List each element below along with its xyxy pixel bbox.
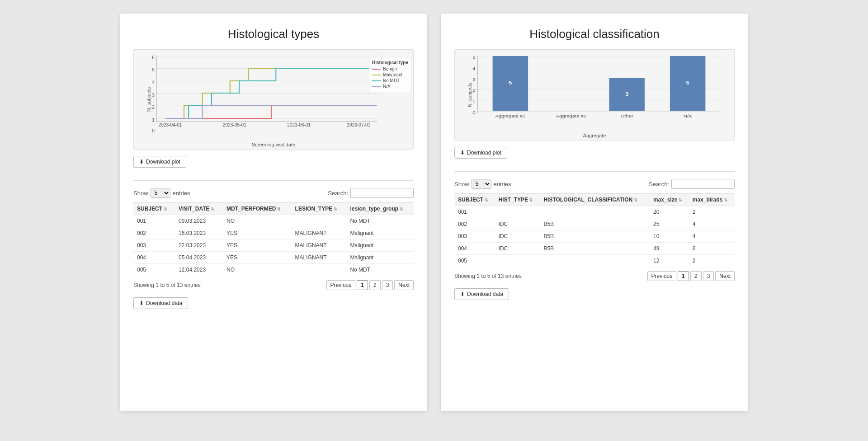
left-col-subject[interactable]: SUBJECT: [133, 203, 175, 215]
right-col-max-birads[interactable]: max_birads: [689, 194, 735, 206]
right-table-cell: 6: [689, 243, 735, 255]
left-table-cell: 002: [133, 227, 175, 239]
bar-label-na: 5: [686, 80, 689, 86]
right-table-row: 001202: [454, 206, 735, 218]
svg-text:0: 0: [472, 110, 475, 115]
left-prev-button[interactable]: Previous: [326, 280, 356, 290]
right-table-cell: 002: [454, 218, 495, 230]
right-download-data-button[interactable]: ⬇ Download data: [454, 288, 509, 300]
right-table-cell: [540, 206, 650, 218]
bar-label-other: 3: [625, 91, 628, 97]
right-pagination-btns: Previous 1 2 3 Next: [647, 271, 735, 281]
right-table-cell: 25: [650, 218, 689, 230]
right-table-cell: [540, 255, 650, 267]
left-card: Histological types N. subjects Screening…: [120, 14, 427, 411]
left-download-plot-button[interactable]: ⬇ Download plot: [133, 156, 186, 168]
left-table-cell: 003: [133, 239, 175, 252]
line-chart-x-label: Screening visit date: [252, 142, 295, 147]
right-next-button[interactable]: Next: [715, 271, 735, 281]
right-table-body: 001202002IDCB5B254003IDCB5B104004IDCB5B4…: [454, 206, 735, 267]
right-col-hist-type[interactable]: HIST_TYPE: [495, 194, 540, 206]
left-col-visit-date[interactable]: VISIT_DATE: [175, 203, 223, 215]
left-table-row: 00109.03.2023NONo MDT: [133, 215, 414, 227]
left-table-cell: MALIGNANT: [292, 252, 347, 264]
right-table-cell: 003: [454, 230, 495, 243]
left-col-lesion-type[interactable]: LESION_TYPE: [292, 203, 347, 215]
left-table-cell: 004: [133, 252, 175, 264]
left-entries-select[interactable]: 5 10 25: [151, 188, 170, 198]
left-table-cell: No MDT: [346, 215, 414, 227]
left-show-label: Show: [133, 190, 148, 197]
right-table-cell: [495, 206, 540, 218]
right-table-row: 002IDCB5B254: [454, 218, 735, 230]
right-download-plot-label: Download plot: [467, 150, 501, 156]
left-showing-text: Showing 1 to 5 of 13 entries: [133, 282, 201, 288]
right-table-head: SUBJECT HIST_TYPE HISTOLOGICAL_CLASSIFIC…: [454, 194, 735, 206]
bar-x-label-aggregate1: Aggregate #1: [495, 114, 525, 118]
right-page-1-button[interactable]: 1: [678, 271, 689, 281]
right-table-cell: 4: [689, 230, 735, 243]
left-data-table: SUBJECT VISIT_DATE MDT_PERFORMED LESION_…: [133, 202, 414, 276]
left-table-cell: Malignant: [346, 239, 414, 252]
left-col-mdt-performed[interactable]: MDT_PERFORMED: [223, 203, 292, 215]
bar-x-label-other: Other: [621, 114, 634, 118]
legend-item-nomdt: No MDT: [372, 78, 408, 83]
left-table-cell: YES: [223, 227, 292, 239]
right-col-hist-classification[interactable]: HISTOLOGICAL_CLASSIFICATION: [540, 194, 650, 206]
svg-text:5: 5: [152, 67, 155, 72]
right-table-header-row: SUBJECT HIST_TYPE HISTOLOGICAL_CLASSIFIC…: [454, 194, 735, 206]
right-showing-text: Showing 1 to 5 of 13 entries: [454, 273, 522, 279]
bar-x-label-aggregate2: Aggregate #2: [556, 114, 586, 118]
left-table-cell: YES: [223, 239, 292, 252]
right-table-cell: 49: [650, 243, 689, 255]
left-page-1-button[interactable]: 1: [357, 280, 368, 290]
left-table-controls: Show 5 10 25 entries Search:: [133, 188, 414, 198]
left-pagination-row: Showing 1 to 5 of 13 entries Previous 1 …: [133, 280, 414, 290]
bar-x-label-na: N/A: [684, 114, 692, 118]
left-table-cell: 22.03.2023: [175, 239, 223, 252]
right-download-data-label: Download data: [467, 291, 503, 297]
left-col-lesion-type-group[interactable]: lesion_type_group: [346, 203, 414, 215]
right-search-input[interactable]: [671, 179, 735, 189]
left-search-input[interactable]: [350, 188, 414, 198]
legend-label-malignant: Malignant: [383, 72, 402, 77]
right-table-cell: 4: [689, 218, 735, 230]
left-download-data-button[interactable]: ⬇ Download data: [133, 297, 188, 309]
line-chart-svg: 6 5 4 3 2 1 0 2023-04-01 2023-05-01 2023…: [156, 56, 377, 131]
left-table-cell: MALIGNANT: [292, 227, 347, 239]
left-table-header-row: SUBJECT VISIT_DATE MDT_PERFORMED LESION_…: [133, 203, 414, 215]
right-search-label: Search:: [649, 181, 669, 188]
left-table-row: 00216.03.2023YESMALIGNANTMalignant: [133, 227, 414, 239]
left-page-3-button[interactable]: 3: [382, 280, 393, 290]
left-page-2-button[interactable]: 2: [369, 280, 381, 290]
svg-text:1: 1: [472, 99, 475, 103]
right-col-max-size[interactable]: max_size: [650, 194, 689, 206]
right-download-plot-button[interactable]: ⬇ Download plot: [454, 147, 507, 159]
bar-chart-y-label: N. subjects: [467, 83, 472, 107]
left-table-cell: No MDT: [346, 264, 414, 276]
left-table-cell: [292, 215, 347, 227]
left-table-row: 00405.04.2023YESMALIGNANTMalignant: [133, 252, 414, 264]
left-next-button[interactable]: Next: [394, 280, 414, 290]
right-entries-select[interactable]: 5 10 25: [472, 179, 491, 189]
right-pagination-row: Showing 1 to 5 of 13 entries Previous 1 …: [454, 271, 735, 281]
svg-text:2023-06-01: 2023-06-01: [287, 122, 311, 127]
legend-line-nomdt: [372, 80, 381, 81]
bar-chart-container: N. subjects Aggregate 5 4 3 2 1 0: [454, 49, 735, 141]
left-table-cell: 16.03.2023: [175, 227, 223, 239]
right-page-2-button[interactable]: 2: [690, 271, 702, 281]
left-table-row: 00322.03.2023YESMALIGNANTMalignant: [133, 239, 414, 252]
legend-title: Histological type: [372, 60, 408, 65]
right-table-cell: B5B: [540, 243, 650, 255]
right-table-row: 004IDCB5B496: [454, 243, 735, 255]
left-download-plot-label: Download plot: [146, 159, 180, 165]
right-table-cell: [495, 255, 540, 267]
right-col-subject[interactable]: SUBJECT: [454, 194, 495, 206]
right-page-3-button[interactable]: 3: [703, 271, 714, 281]
legend-label-nomdt: No MDT: [383, 78, 400, 83]
right-table-row: 003IDCB5B104: [454, 230, 735, 243]
download-plot-icon-right: ⬇: [460, 150, 465, 156]
right-table-cell: IDC: [495, 230, 540, 243]
right-prev-button[interactable]: Previous: [647, 271, 677, 281]
legend-label-na: N/A: [383, 84, 391, 89]
